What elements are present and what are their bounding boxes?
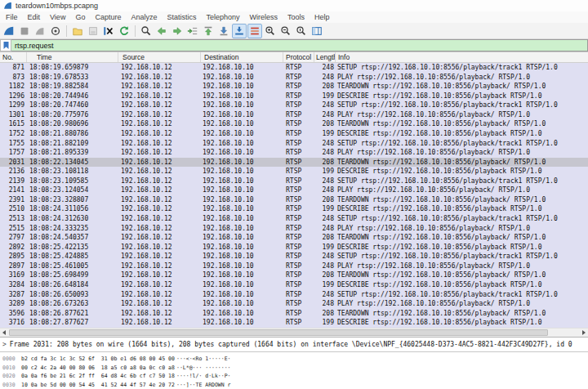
hex-row[interactable]: 0000b2 cd fa 3c 1c 3c 52 6f 31 0b e1 d6 … xyxy=(2,355,588,364)
menu-help[interactable]: Help xyxy=(310,11,335,23)
cell-source: 192.168.10.12 xyxy=(118,139,201,149)
column-header-protocol[interactable]: Protocol xyxy=(283,52,314,62)
packet-list-header[interactable]: No. Time Source Destination Protocol Len… xyxy=(0,52,588,63)
stop-capture-button[interactable] xyxy=(17,24,32,38)
cell-info: DESCRIBE rtsp://192.168.10.10:8556/playb… xyxy=(336,243,588,253)
packet-row[interactable]: 251318:08:24.312630192.168.10.12192.168.… xyxy=(0,214,588,224)
menu-go[interactable]: Go xyxy=(70,11,90,23)
packet-row[interactable]: 214118:08:23.124054192.168.10.12192.168.… xyxy=(0,186,588,195)
zoom-in-button[interactable] xyxy=(263,24,278,38)
window-title: teardown10mbps.pcapng xyxy=(16,2,98,10)
packet-row[interactable]: 371618:08:27.877627192.168.10.12192.168.… xyxy=(0,318,588,328)
cell-no: 2031 xyxy=(0,158,27,168)
menu-analyze[interactable]: Analyze xyxy=(126,11,162,23)
scroll-right-arrow-icon[interactable] xyxy=(580,329,588,337)
colorize-button[interactable] xyxy=(247,24,262,38)
go-to-bottom-button[interactable] xyxy=(216,24,231,38)
cell-no: 2513 xyxy=(0,214,27,224)
packet-row[interactable]: 251018:08:24.311056192.168.10.12192.168.… xyxy=(0,204,588,214)
packet-row[interactable]: 279718:08:24.540357192.168.10.12192.168.… xyxy=(0,233,588,243)
capture-options-button[interactable] xyxy=(48,24,63,38)
packet-row[interactable]: 289518:08:25.424885192.168.10.12192.168.… xyxy=(0,252,588,262)
hex-dump-pane[interactable]: 0000b2 cd fa 3c 1c 3c 52 6f 31 0b e1 d6 … xyxy=(0,351,588,389)
cell-source: 192.168.10.12 xyxy=(118,177,201,186)
go-to-top-button[interactable] xyxy=(201,24,216,38)
packet-row[interactable]: 175718:08:21.895339192.168.10.12192.168.… xyxy=(0,148,588,158)
cell-destination: 192.168.10.10 xyxy=(201,204,283,214)
wireshark-fin-icon xyxy=(3,2,12,10)
start-capture-button[interactable] xyxy=(2,24,16,38)
scroll-left-arrow-icon[interactable] xyxy=(0,329,8,337)
open-file-button[interactable] xyxy=(70,24,85,38)
packet-row[interactable]: 316918:08:25.698499192.168.10.12192.168.… xyxy=(0,271,588,280)
hex-row[interactable]: 001000 c2 4c 2a 40 00 80 06 18 a5 c0 a8 … xyxy=(2,364,588,373)
restart-capture-button[interactable] xyxy=(33,24,47,38)
menu-file[interactable]: File xyxy=(1,11,23,23)
cell-length: 208 xyxy=(314,309,336,319)
cell-info: PLAY rtsp://192.168.10.10:8556/playback/… xyxy=(336,73,588,83)
packet-row[interactable]: 118218:08:19.882584192.168.10.12192.168.… xyxy=(0,82,588,92)
menu-statistics[interactable]: Statistics xyxy=(162,11,201,23)
packet-row[interactable]: 175218:08:21.880786192.168.10.12192.168.… xyxy=(0,129,588,139)
auto-scroll-button[interactable] xyxy=(232,24,247,38)
packet-row-selected[interactable]: 203118:08:22.134045192.168.10.12192.168.… xyxy=(0,158,588,168)
packet-row[interactable]: 213918:08:23.109585192.168.10.12192.168.… xyxy=(0,177,588,186)
frame-summary[interactable]: Frame 2031: 208 bytes on wire (1664 bits… xyxy=(10,341,572,348)
packet-row[interactable]: 239118:08:23.328807192.168.10.12192.168.… xyxy=(0,195,588,205)
go-forward-button[interactable] xyxy=(170,24,185,38)
menu-tools[interactable]: Tools xyxy=(283,11,310,23)
cell-time: 18:08:26.650093 xyxy=(27,290,118,300)
cell-time: 18:08:25.461005 xyxy=(27,262,118,271)
packet-row[interactable]: 328418:08:26.648184192.168.10.12192.168.… xyxy=(0,280,588,290)
column-header-time[interactable]: Time xyxy=(27,52,118,62)
zoom-reset-button[interactable] xyxy=(294,24,309,38)
packet-row[interactable]: 87318:08:19.678533192.168.10.12192.168.1… xyxy=(0,73,588,83)
menu-telephony[interactable]: Telephony xyxy=(201,11,244,23)
go-to-packet-button[interactable] xyxy=(185,24,200,38)
packet-row[interactable]: 359618:08:26.877621192.168.10.12192.168.… xyxy=(0,309,588,319)
packet-row[interactable]: 289718:08:25.461005192.168.10.12192.168.… xyxy=(0,262,588,271)
menu-wireless[interactable]: Wireless xyxy=(245,11,283,23)
reload-file-button[interactable] xyxy=(117,24,131,38)
packet-row[interactable]: 328718:08:26.650093192.168.10.12192.168.… xyxy=(0,290,588,300)
zoom-out-button[interactable] xyxy=(278,24,293,38)
packet-row[interactable]: 129618:08:20.744946192.168.10.12192.168.… xyxy=(0,92,588,101)
hex-row[interactable]: 003010 0a be 5d 00 00 54 45 41 52 44 4f … xyxy=(2,381,588,389)
close-file-button[interactable] xyxy=(101,24,116,38)
packet-row[interactable]: 213618:08:23.108118192.168.10.12192.168.… xyxy=(0,167,588,177)
horizontal-scrollbar[interactable] xyxy=(0,328,588,337)
resize-columns-icon xyxy=(311,25,323,37)
go-back-button[interactable] xyxy=(154,24,169,38)
packet-details-pane[interactable]: > Frame 2031: 208 bytes on wire (1664 bi… xyxy=(0,337,588,351)
packet-row[interactable]: 251518:08:24.333235192.168.10.12192.168.… xyxy=(0,224,588,234)
column-header-source[interactable]: Source xyxy=(118,52,201,62)
save-file-button[interactable] xyxy=(86,24,100,38)
column-header-length[interactable]: Length xyxy=(314,52,336,62)
packet-row[interactable]: 289218:08:25.422135192.168.10.12192.168.… xyxy=(0,243,588,253)
resize-columns-button[interactable] xyxy=(310,24,324,38)
zoom-out-icon xyxy=(280,25,292,37)
column-header-destination[interactable]: Destination xyxy=(201,52,283,62)
filter-bookmark-button[interactable] xyxy=(0,39,11,51)
cell-protocol: RTSP xyxy=(283,129,314,139)
packet-row[interactable]: 129918:08:20.747460192.168.10.12192.168.… xyxy=(0,101,588,110)
column-header-info[interactable]: Info xyxy=(336,52,588,62)
colorize-icon xyxy=(249,25,261,37)
find-packet-button[interactable] xyxy=(139,24,154,38)
expander-icon[interactable]: > xyxy=(2,341,7,348)
packet-row[interactable]: 87118:08:19.659879192.168.10.12192.168.1… xyxy=(0,63,588,73)
hex-row[interactable]: 00200a 0a f6 be 21 6c 2f ff 64 d8 4c 6b … xyxy=(2,372,588,381)
menu-edit[interactable]: Edit xyxy=(23,11,46,23)
menu-capture[interactable]: Capture xyxy=(90,11,126,23)
cell-protocol: RTSP xyxy=(283,195,314,205)
column-header-no[interactable]: No. xyxy=(0,52,27,62)
cell-info: TEARDOWN rtsp://192.168.10.10:8556/playb… xyxy=(336,82,588,92)
packet-row[interactable]: 175518:08:21.882109192.168.10.12192.168.… xyxy=(0,139,588,149)
packet-row[interactable]: 328918:08:26.673263192.168.10.12192.168.… xyxy=(0,299,588,309)
menu-view[interactable]: View xyxy=(45,11,70,23)
display-filter-input[interactable] xyxy=(11,39,588,51)
scrollbar-thumb[interactable] xyxy=(9,329,548,336)
packet-list[interactable]: 87118:08:19.659879192.168.10.12192.168.1… xyxy=(0,63,588,328)
packet-row[interactable]: 130118:08:20.775976192.168.10.12192.168.… xyxy=(0,110,588,120)
packet-row[interactable]: 161518:08:20.980696192.168.10.12192.168.… xyxy=(0,119,588,129)
